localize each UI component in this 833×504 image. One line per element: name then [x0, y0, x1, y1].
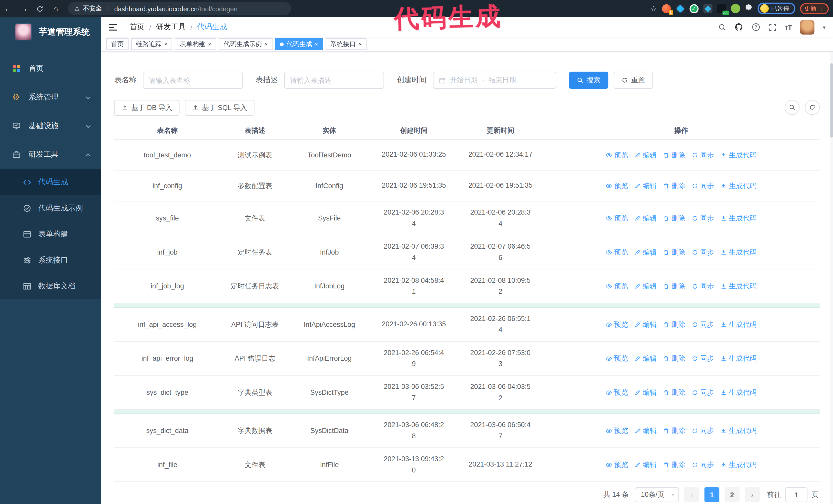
sidebar-item-2[interactable]: 基础设施: [0, 112, 101, 140]
row-action-preview[interactable]: 预览: [606, 247, 628, 257]
browser-home-icon[interactable]: ⌂: [48, 0, 64, 17]
row-action-edit[interactable]: 编辑: [634, 213, 657, 223]
row-action-sync[interactable]: 同步: [692, 150, 714, 160]
github-icon[interactable]: [735, 23, 743, 31]
sidebar-subitem-2[interactable]: 表单构建: [0, 221, 101, 247]
row-action-edit[interactable]: 编辑: [634, 281, 657, 291]
tab-链路追踪[interactable]: 链路追踪×: [131, 38, 172, 50]
page-scrollbar[interactable]: [830, 34, 833, 504]
row-action-delete[interactable]: 删除: [663, 354, 685, 363]
row-action-sync[interactable]: 同步: [692, 213, 714, 223]
row-action-sync[interactable]: 同步: [692, 354, 714, 363]
scrollbar-thumb[interactable]: [830, 63, 833, 138]
row-action-preview[interactable]: 预览: [606, 181, 628, 190]
row-action-delete[interactable]: 删除: [663, 426, 685, 435]
page-button-1[interactable]: 1: [704, 487, 719, 502]
breadcrumb-item-1[interactable]: 研发工具: [156, 22, 186, 32]
sidebar-item-3[interactable]: 研发工具: [0, 140, 101, 169]
browser-back-icon[interactable]: ←: [0, 0, 16, 17]
row-action-generate-code[interactable]: 生成代码: [720, 150, 757, 160]
tab-首页[interactable]: 首页: [106, 38, 129, 50]
sidebar-subitem-4[interactable]: 数据库文档: [0, 273, 101, 299]
row-action-edit[interactable]: 编辑: [634, 426, 657, 435]
reset-button[interactable]: 重置: [614, 72, 653, 89]
next-page-button[interactable]: ›: [745, 487, 760, 502]
date-range-picker[interactable]: 开始日期 - 结束日期: [433, 72, 556, 89]
row-action-edit[interactable]: 编辑: [634, 460, 657, 470]
toggle-search-button[interactable]: [785, 100, 800, 115]
tab-系统接口[interactable]: 系统接口×: [326, 38, 367, 50]
row-action-preview[interactable]: 预览: [606, 320, 628, 329]
tab-代码生成[interactable]: 代码生成×: [275, 38, 323, 50]
breadcrumb-item-0[interactable]: 首页: [130, 22, 145, 32]
row-action-delete[interactable]: 删除: [663, 388, 685, 397]
row-action-generate-code[interactable]: 生成代码: [720, 320, 757, 329]
row-action-sync[interactable]: 同步: [692, 426, 714, 435]
row-action-preview[interactable]: 预览: [606, 460, 628, 470]
browser-reload-icon[interactable]: [32, 0, 48, 17]
refresh-table-button[interactable]: [805, 100, 820, 115]
close-tab-icon[interactable]: ×: [315, 41, 318, 47]
row-action-generate-code[interactable]: 生成代码: [720, 281, 757, 291]
sidebar-subitem-0[interactable]: 代码生成: [0, 169, 101, 195]
search-icon[interactable]: [718, 23, 726, 31]
extension-green-icon[interactable]: [731, 4, 740, 13]
browser-profile-chip[interactable]: 已暂停: [757, 3, 795, 14]
import-db-button[interactable]: 基于 DB 导入: [114, 100, 180, 116]
row-action-edit[interactable]: 编辑: [634, 247, 657, 257]
row-action-delete[interactable]: 删除: [663, 460, 685, 470]
fullscreen-icon[interactable]: [768, 23, 776, 31]
row-action-edit[interactable]: 编辑: [634, 388, 657, 397]
row-action-preview[interactable]: 预览: [606, 150, 628, 160]
browser-update-button[interactable]: 更新 ⋮: [800, 3, 829, 14]
row-action-sync[interactable]: 同步: [692, 247, 714, 257]
table-name-input[interactable]: [143, 72, 243, 89]
row-action-delete[interactable]: 删除: [663, 213, 685, 223]
goto-page-input[interactable]: [785, 487, 807, 502]
row-action-delete[interactable]: 删除: [663, 150, 685, 160]
row-action-edit[interactable]: 编辑: [634, 181, 657, 190]
browser-forward-icon[interactable]: →: [16, 0, 32, 17]
row-action-generate-code[interactable]: 生成代码: [720, 388, 757, 397]
close-tab-icon[interactable]: ×: [359, 41, 362, 47]
row-action-delete[interactable]: 删除: [663, 320, 685, 329]
table-desc-input[interactable]: [284, 72, 384, 89]
close-tab-icon[interactable]: ×: [264, 41, 268, 47]
row-action-sync[interactable]: 同步: [692, 388, 714, 397]
row-action-delete[interactable]: 删除: [663, 247, 685, 257]
hamburger-icon[interactable]: [109, 23, 122, 31]
row-action-edit[interactable]: 编辑: [634, 150, 657, 160]
tab-表单构建[interactable]: 表单构建×: [175, 38, 216, 50]
row-action-preview[interactable]: 预览: [606, 426, 628, 435]
user-avatar[interactable]: [800, 20, 814, 34]
user-caret-down-icon[interactable]: ▾: [823, 24, 826, 30]
address-bar[interactable]: ⚠ 不安全 | dashboard.yudao.iocoder.cn/tool/…: [68, 2, 291, 15]
row-action-preview[interactable]: 预览: [606, 354, 628, 363]
prev-page-button[interactable]: ‹: [684, 487, 699, 502]
row-action-generate-code[interactable]: 生成代码: [720, 354, 757, 363]
search-button[interactable]: 搜索: [569, 72, 608, 89]
extension-dark-icon[interactable]: on: [717, 4, 726, 13]
row-action-sync[interactable]: 同步: [692, 460, 714, 470]
row-action-preview[interactable]: 预览: [606, 388, 628, 397]
page-button-2[interactable]: 2: [724, 487, 739, 502]
row-action-preview[interactable]: 预览: [606, 213, 628, 223]
sidebar-subitem-1[interactable]: 代码生成示例: [0, 195, 101, 221]
extension-check-icon[interactable]: ✓: [689, 4, 698, 13]
close-tab-icon[interactable]: ×: [208, 41, 211, 47]
font-size-icon[interactable]: ᴛT: [785, 23, 792, 31]
bookmark-star-icon[interactable]: ☆: [650, 4, 657, 13]
logo-row[interactable]: 芋道管理系统: [0, 17, 101, 47]
close-tab-icon[interactable]: ×: [164, 41, 167, 47]
row-action-preview[interactable]: 预览: [606, 281, 628, 291]
sidebar-subitem-3[interactable]: 系统接口: [0, 247, 101, 273]
extension-gem-icon[interactable]: [675, 4, 684, 13]
row-action-sync[interactable]: 同步: [692, 320, 714, 329]
extensions-puzzle-icon[interactable]: [744, 3, 753, 13]
row-action-generate-code[interactable]: 生成代码: [720, 213, 757, 223]
row-action-delete[interactable]: 删除: [663, 281, 685, 291]
row-action-generate-code[interactable]: 生成代码: [720, 247, 757, 257]
sidebar-item-1[interactable]: ⚙系统管理: [0, 83, 101, 112]
row-action-edit[interactable]: 编辑: [634, 320, 657, 329]
row-action-generate-code[interactable]: 生成代码: [720, 426, 757, 435]
